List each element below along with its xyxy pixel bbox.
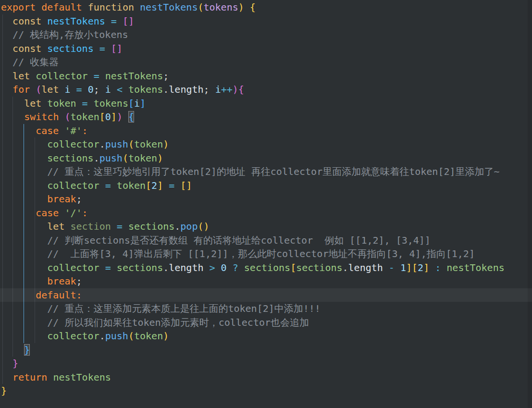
code-line[interactable]: // 栈结构,存放小tokens [0, 28, 532, 42]
code-line[interactable]: export default function nestTokens(token… [0, 0, 532, 14]
code-token: ] [157, 180, 163, 191]
code-line[interactable]: collector = token[2] = [] [0, 179, 532, 193]
code-token: token [47, 98, 76, 109]
code-line[interactable]: // 上面将[3, 4]弹出后剩下 [[1,2]]，那么此时collector地… [0, 247, 532, 261]
code-token: i [105, 84, 111, 95]
code-line[interactable]: break; [0, 274, 532, 288]
code-line[interactable]: // 判断sections是否还有数组 有的话将地址给collector 例如 … [0, 234, 532, 247]
code-token [1, 358, 12, 369]
code-token: sections [47, 152, 93, 164]
code-token: // 上面将[3, 4]弹出后剩下 [[1,2]]，那么此时collector地… [47, 248, 475, 260]
code-token [1, 138, 47, 150]
code-token: ? [233, 262, 238, 273]
code-token [59, 207, 64, 219]
code-line[interactable]: return nestTokens [0, 371, 532, 384]
code-token [105, 15, 111, 27]
code-token [1, 152, 47, 164]
code-token: // 收集器 [12, 56, 59, 68]
code-token: ++ [221, 84, 233, 95]
code-line[interactable]: // 所以我们如果往token添加元素时，collector也会追加 [0, 316, 532, 330]
code-token: ] [140, 98, 146, 109]
code-token [1, 193, 47, 205]
code-token [1, 221, 47, 232]
code-token: ] [111, 111, 117, 123]
code-editor[interactable]: export default function nestTokens(token… [0, 0, 532, 408]
code-token [441, 262, 446, 273]
code-token: return [12, 371, 47, 383]
code-token: ) [163, 330, 169, 342]
code-line[interactable]: switch (token[0]) { [0, 110, 532, 124]
code-token: case [36, 207, 59, 219]
code-token: ( [198, 1, 203, 13]
code-token [41, 43, 47, 54]
code-token: nestTokens [140, 1, 198, 13]
code-token: } [12, 358, 18, 369]
code-token: token [117, 180, 146, 191]
code-line[interactable]: collector.push(token) [0, 329, 532, 343]
code-token [1, 289, 36, 301]
code-line-current[interactable]: default: [0, 288, 532, 302]
code-line[interactable]: // 收集器 [0, 55, 532, 69]
code-token [1, 275, 47, 287]
code-line[interactable]: collector = sections.length > 0 ? sectio… [0, 261, 532, 275]
code-token: . [343, 262, 348, 273]
code-token [244, 1, 250, 13]
code-token: = [94, 70, 99, 82]
code-token: ; [163, 70, 169, 82]
code-line[interactable]: for (let i = 0; i < tokens.length; i++){ [0, 83, 532, 97]
code-token [76, 98, 82, 109]
code-line[interactable]: const nestTokens = [] [0, 14, 532, 28]
code-token: : [82, 207, 88, 219]
code-token: nestTokens [446, 262, 504, 273]
code-line[interactable]: collector.push(token) [0, 137, 532, 151]
code-token [215, 262, 221, 273]
code-token: break [47, 275, 76, 287]
code-line[interactable]: const sections = [] [0, 42, 532, 56]
code-token: length [169, 84, 203, 95]
code-token [105, 43, 111, 54]
code-token [99, 84, 105, 95]
code-line[interactable]: } [0, 343, 532, 357]
code-token: sections [47, 43, 93, 54]
code-token: [ [99, 111, 105, 123]
code-token: let [47, 221, 64, 232]
code-line[interactable]: break; [0, 192, 532, 206]
code-token [111, 221, 117, 232]
code-line[interactable]: } [0, 357, 532, 371]
code-token: = [169, 180, 174, 191]
code-token: [ [146, 180, 151, 191]
code-token [1, 70, 12, 82]
code-token: token [128, 152, 157, 164]
code-token: // 重点：这里添加元素本质上是往上面的token[2]中添加!!! [47, 303, 321, 314]
code-token [82, 1, 88, 13]
code-token [88, 98, 94, 109]
code-token: push [105, 138, 128, 150]
code-token: sections [296, 262, 342, 273]
code-line[interactable]: sections.push(token) [0, 151, 532, 165]
code-line[interactable]: let token = tokens[i] [0, 97, 532, 111]
code-token: nestTokens [105, 70, 163, 82]
code-token: collector [47, 330, 99, 342]
code-token: ; [76, 193, 82, 205]
code-token [238, 262, 244, 273]
code-line[interactable]: case '#': [0, 124, 532, 138]
code-line[interactable]: } [0, 384, 532, 398]
code-token: 0 [88, 84, 94, 95]
code-token: function [88, 1, 134, 13]
code-line[interactable]: let section = sections.pop() [0, 220, 532, 234]
scrollbar-track[interactable] [528, 0, 532, 408]
code-token: 0 [105, 111, 111, 123]
code-token: sections [128, 221, 174, 232]
code-line[interactable]: let collector = nestTokens; [0, 69, 532, 83]
code-token [1, 125, 36, 136]
code-token [123, 84, 128, 95]
code-token: i [134, 98, 140, 109]
code-token [1, 207, 36, 219]
code-token: ] [423, 262, 429, 273]
code-line[interactable]: case '/': [0, 206, 532, 220]
code-token: [ [128, 98, 134, 109]
code-token [59, 84, 64, 95]
code-line[interactable]: // 重点：这里添加元素本质上是往上面的token[2]中添加!!! [0, 302, 532, 316]
code-line[interactable]: // 重点：这里巧妙地引用了token[2]的地址 再往collector里面添… [0, 165, 532, 179]
code-token [1, 371, 12, 383]
